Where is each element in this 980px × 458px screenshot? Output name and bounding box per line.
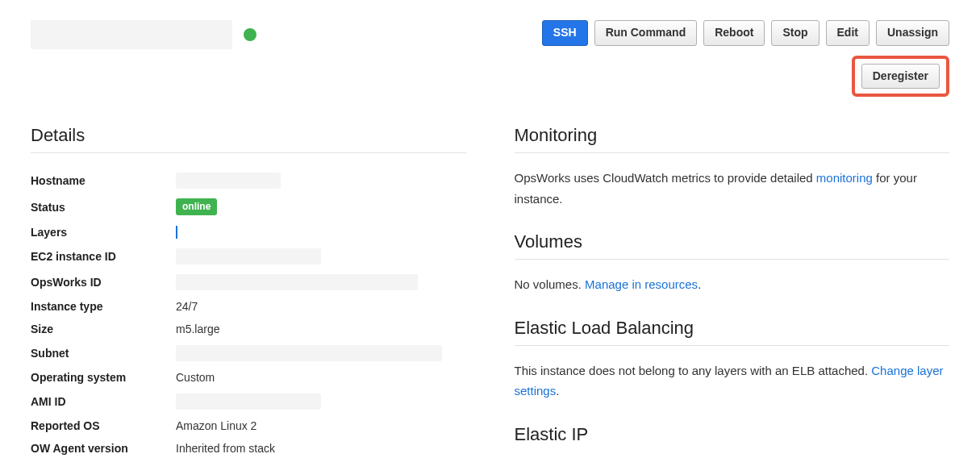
redacted-value: [176, 345, 442, 361]
volumes-text-before: No volumes.: [515, 277, 586, 291]
eip-section: Elastic IP: [515, 424, 950, 452]
value-ami-id: [176, 389, 466, 414]
eip-heading: Elastic IP: [515, 424, 950, 452]
label-ami-id: AMI ID: [31, 389, 176, 414]
elb-heading: Elastic Load Balancing: [515, 318, 950, 346]
row-reported-os: Reported OS Amazon Linux 2: [31, 414, 466, 437]
elb-section: Elastic Load Balancing This instance doe…: [515, 318, 950, 402]
row-os: Operating system Custom: [31, 366, 466, 389]
elb-text-after: .: [556, 384, 559, 398]
redacted-value: [176, 274, 418, 290]
value-os: Custom: [176, 366, 466, 389]
volumes-text: No volumes. Manage in resources.: [515, 274, 950, 295]
unassign-button[interactable]: Unassign: [876, 20, 949, 46]
instance-name-redacted: [31, 20, 232, 49]
monitoring-text: OpsWorks uses CloudWatch metrics to prov…: [515, 168, 950, 209]
value-opsworks-id: [176, 269, 466, 295]
reboot-button[interactable]: Reboot: [703, 20, 765, 46]
elb-text: This instance does not belong to any lay…: [515, 360, 950, 402]
value-reported-os: Amazon Linux 2: [176, 414, 466, 437]
volumes-section: Volumes No volumes. Manage in resources.: [515, 231, 950, 295]
monitoring-section: Monitoring OpsWorks uses CloudWatch metr…: [515, 125, 950, 209]
instance-title-area: [31, 20, 256, 49]
value-instance-type: 24/7: [176, 295, 466, 318]
details-list: Hostname Status online Layers EC2 instan…: [31, 168, 466, 458]
monitoring-heading: Monitoring: [515, 125, 950, 153]
row-opsworks-id: OpsWorks ID: [31, 269, 466, 295]
label-size: Size: [31, 318, 176, 340]
status-badge: online: [176, 198, 217, 215]
value-layers[interactable]: [176, 220, 466, 244]
monitoring-link[interactable]: monitoring: [816, 171, 873, 185]
redacted-value: [176, 248, 321, 264]
instance-header: SSH Run Command Reboot Stop Edit Unassig…: [31, 20, 949, 97]
deregister-button[interactable]: Deregister: [861, 64, 940, 90]
details-heading: Details: [31, 125, 466, 153]
row-ow-agent-version: OW Agent version Inherited from stack: [31, 437, 466, 458]
label-hostname: Hostname: [31, 168, 176, 194]
value-ow-agent-version: Inherited from stack: [176, 437, 466, 458]
volumes-text-after: .: [698, 277, 701, 291]
row-size: Size m5.large: [31, 318, 466, 340]
deregister-highlight: Deregister: [852, 56, 949, 98]
label-instance-type: Instance type: [31, 295, 176, 318]
row-layers: Layers: [31, 220, 466, 244]
label-os: Operating system: [31, 366, 176, 389]
edit-button[interactable]: Edit: [826, 20, 869, 46]
value-subnet: [176, 340, 466, 366]
manage-resources-link[interactable]: Manage in resources: [585, 277, 698, 291]
value-size: m5.large: [176, 318, 466, 340]
action-buttons-row2: Deregister: [852, 56, 949, 98]
value-status: online: [176, 194, 466, 220]
label-ow-agent-version: OW Agent version: [31, 437, 176, 458]
right-column: Monitoring OpsWorks uses CloudWatch metr…: [515, 125, 950, 458]
run-command-button[interactable]: Run Command: [594, 20, 698, 46]
layers-link-icon[interactable]: [176, 226, 177, 239]
label-status: Status: [31, 194, 176, 220]
action-buttons-row1: SSH Run Command Reboot Stop Edit Unassig…: [542, 20, 949, 46]
action-buttons: SSH Run Command Reboot Stop Edit Unassig…: [542, 20, 949, 97]
label-reported-os: Reported OS: [31, 414, 176, 437]
details-section: Details Hostname Status online Layers EC…: [31, 125, 466, 458]
stop-button[interactable]: Stop: [771, 20, 819, 46]
row-instance-type: Instance type 24/7: [31, 295, 466, 318]
label-layers: Layers: [31, 220, 176, 244]
row-subnet: Subnet: [31, 340, 466, 366]
redacted-value: [176, 173, 281, 189]
row-status: Status online: [31, 194, 466, 220]
row-ami-id: AMI ID: [31, 389, 466, 414]
volumes-heading: Volumes: [515, 231, 950, 260]
row-ec2-id: EC2 instance ID: [31, 244, 466, 269]
label-opsworks-id: OpsWorks ID: [31, 269, 176, 295]
monitoring-text-before: OpsWorks uses CloudWatch metrics to prov…: [515, 171, 816, 185]
value-ec2-id: [176, 244, 466, 269]
row-hostname: Hostname: [31, 168, 466, 194]
elb-text-before: This instance does not belong to any lay…: [515, 364, 872, 377]
left-column: Details Hostname Status online Layers EC…: [31, 125, 466, 458]
status-indicator-icon: [244, 28, 256, 41]
label-subnet: Subnet: [31, 340, 176, 366]
ssh-button[interactable]: SSH: [542, 20, 588, 46]
redacted-value: [176, 393, 321, 410]
label-ec2-id: EC2 instance ID: [31, 244, 176, 269]
value-hostname: [176, 168, 466, 194]
